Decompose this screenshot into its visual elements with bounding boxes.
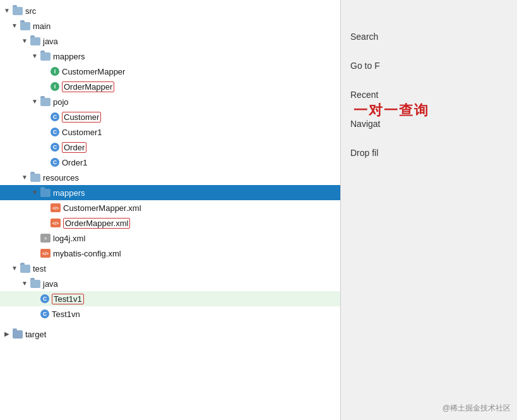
label-target: target — [25, 330, 46, 339]
tree-item-customer1[interactable]: C Customer1 — [0, 124, 340, 140]
badge-class-customer1: C — [51, 128, 59, 136]
arrow-mappers-res — [30, 188, 39, 197]
folder-icon-pojo — [40, 98, 51, 106]
tree-item-java-test[interactable]: java — [0, 276, 340, 291]
arrow-test — [10, 264, 19, 273]
tree-item-ordermapper[interactable]: I OrderMapper — [0, 79, 340, 94]
label-main: main — [33, 21, 51, 31]
arrow-empty-6 — [40, 158, 49, 167]
right-panel: 一对一查询 Search Go to F Recent Navigat Drop… — [341, 0, 517, 420]
label-src: src — [25, 6, 36, 16]
tree-item-customermapper[interactable]: I CustomerMapper — [0, 64, 340, 79]
badge-xml-ordermapper: </> — [51, 219, 61, 227]
tree-item-customermapper-xml[interactable]: </> CustomerMapper.xml — [0, 200, 340, 215]
arrow-pojo — [30, 97, 39, 106]
badge-class-order1: C — [51, 158, 59, 167]
right-panel-drop[interactable]: Drop fil — [350, 148, 508, 158]
label-mappers: mappers — [53, 52, 85, 61]
tree-item-mybatis[interactable]: </> mybatis-config.xml — [0, 246, 340, 261]
arrow-mappers — [30, 52, 39, 61]
right-panel-goto[interactable]: Go to F — [350, 61, 508, 71]
badge-xml-mybatis: </> — [40, 249, 51, 258]
badge-class-test1v1: C — [40, 294, 49, 303]
label-customermapper: CustomerMapper — [62, 67, 125, 76]
tree-item-mappers-res[interactable]: mappers — [0, 185, 340, 200]
folder-icon-test — [20, 265, 30, 273]
folder-icon-main — [20, 22, 30, 30]
label-order1: Order1 — [62, 158, 87, 167]
tree-item-target[interactable]: target — [0, 327, 340, 342]
folder-icon-target — [13, 330, 23, 339]
badge-interface-customermapper: I — [51, 67, 59, 76]
badge-class-test1vn: C — [40, 309, 49, 318]
tree-item-test[interactable]: test — [0, 261, 340, 276]
arrow-empty-10 — [30, 249, 39, 258]
arrow-resources — [20, 173, 29, 182]
tree-item-pojo[interactable]: pojo — [0, 94, 340, 109]
arrow-src — [3, 6, 11, 15]
right-panel-search[interactable]: Search — [350, 32, 508, 42]
tree-item-order[interactable]: C Order — [0, 140, 340, 155]
tree-item-mappers[interactable]: mappers — [0, 49, 340, 64]
watermark-text: @稀土掘金技术社区 — [443, 403, 511, 414]
folder-icon-java — [30, 37, 40, 45]
folder-icon-src — [13, 7, 23, 15]
file-tree: src main java mappers I CustomerMapper — [0, 0, 340, 345]
arrow-empty-5 — [40, 143, 49, 152]
arrow-empty-12 — [30, 309, 39, 318]
tree-item-log4j[interactable]: ≡ log4j.xml — [0, 231, 340, 246]
tree-item-java[interactable]: java — [0, 33, 340, 49]
folder-icon-mappers — [40, 52, 51, 61]
badge-interface-ordermapper: I — [51, 82, 59, 91]
arrow-java — [20, 37, 29, 45]
label-customer: Customer — [62, 112, 101, 123]
arrow-empty-3 — [40, 112, 49, 121]
tree-item-main[interactable]: main — [0, 18, 340, 33]
right-panel-recent[interactable]: Recent — [350, 90, 508, 100]
folder-icon-java-test — [30, 280, 40, 288]
arrow-empty — [40, 67, 49, 76]
tree-item-test1vn[interactable]: C Test1vn — [0, 306, 340, 321]
label-ordermapper-xml: OrderMapper.xml — [63, 218, 130, 229]
tree-item-resources[interactable]: resources — [0, 170, 340, 185]
arrow-empty-4 — [40, 128, 49, 136]
right-panel-navigate[interactable]: Navigat — [350, 119, 508, 129]
badge-class-customer: C — [51, 112, 59, 121]
arrow-main — [10, 21, 19, 30]
folder-icon-resources — [30, 174, 40, 182]
tree-item-order1[interactable]: C Order1 — [0, 155, 340, 170]
arrow-java-test — [20, 279, 29, 288]
arrow-empty-9 — [30, 234, 39, 243]
arrow-empty-11 — [30, 294, 39, 303]
label-ordermapper: OrderMapper — [62, 81, 114, 92]
label-pojo: pojo — [53, 97, 69, 107]
label-test1v1: Test1v1 — [52, 294, 84, 304]
badge-class-order: C — [51, 143, 59, 152]
arrow-empty-7 — [40, 203, 49, 212]
label-mappers-res: mappers — [53, 188, 85, 198]
badge-log4j: ≡ — [40, 234, 51, 243]
badge-xml-customermapper: </> — [51, 203, 61, 212]
label-java: java — [43, 37, 58, 46]
tree-item-customer[interactable]: C Customer — [0, 109, 340, 124]
label-test1vn: Test1vn — [52, 309, 80, 319]
file-tree-panel: src main java mappers I CustomerMapper — [0, 0, 341, 420]
arrow-empty-2 — [40, 82, 49, 91]
label-resources: resources — [43, 173, 79, 183]
folder-icon-mappers-res — [40, 189, 51, 197]
label-customermapper-xml: CustomerMapper.xml — [63, 203, 141, 213]
tree-item-ordermapper-xml[interactable]: </> OrderMapper.xml — [0, 215, 340, 231]
label-log4j: log4j.xml — [53, 234, 85, 243]
arrow-target — [3, 330, 11, 339]
label-test: test — [33, 264, 46, 273]
arrow-empty-8 — [40, 219, 49, 227]
tree-item-test1v1[interactable]: C Test1v1 — [0, 291, 340, 306]
tree-item-src[interactable]: src — [0, 3, 340, 18]
chinese-annotation-label: 一对一查询 — [354, 101, 429, 120]
label-customer1: Customer1 — [62, 128, 102, 137]
label-java-test: java — [43, 279, 58, 289]
label-mybatis: mybatis-config.xml — [53, 249, 121, 258]
label-order: Order — [62, 142, 86, 153]
